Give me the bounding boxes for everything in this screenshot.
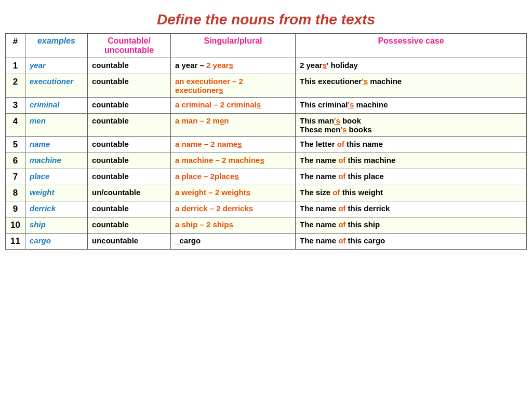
table-row: 3criminalcountablea criminal – 2 crimina… [6,98,527,114]
row-example: derrick [25,201,88,217]
row-num: 4 [6,114,25,137]
row-countable: countable [88,74,171,98]
row-num: 7 [6,169,25,185]
row-possessive: The size of this weight [296,185,527,201]
row-countable: countable [88,114,171,137]
row-possessive: This executioner's machine [296,74,527,98]
row-example: criminal [25,98,88,114]
row-possessive: 2 years' holiday [296,58,527,74]
row-possessive: The name of this ship [296,217,527,234]
row-example: name [25,137,88,153]
row-sp: a machine – 2 machines [171,153,296,169]
row-num: 9 [6,201,25,217]
row-sp: _cargo [171,234,296,250]
row-num: 10 [6,217,25,234]
nouns-table: # examples Countable/ uncountable Singul… [5,33,527,250]
row-sp: a weight – 2 weights [171,185,296,201]
table-row: 1yearcountablea year – 2 years2 years' h… [6,58,527,74]
row-sp: a man – 2 men [171,114,296,137]
table-row: 2executionercountablean executioner – 2 … [6,74,527,98]
row-example: machine [25,153,88,169]
row-possessive: The name of this cargo [296,234,527,250]
table-row: 7placecountablea place – 2placesThe name… [6,169,527,185]
row-example: executioner [25,74,88,98]
row-example: weight [25,185,88,201]
row-countable: uncountable [88,234,171,250]
header-sp: Singular/plural [171,34,296,58]
row-num: 11 [6,234,25,250]
row-possessive: The name of this machine [296,153,527,169]
row-possessive: The name of this place [296,169,527,185]
row-num: 5 [6,137,25,153]
table-row: 6machinecountablea machine – 2 machinesT… [6,153,527,169]
table-row: 4mencountablea man – 2 menThis man's boo… [6,114,527,137]
row-sp: a year – 2 years [171,58,296,74]
row-possessive: The name of this derrick [296,201,527,217]
row-countable: countable [88,217,171,234]
table-row: 9derrickcountablea derrick – 2 derricksT… [6,201,527,217]
row-example: men [25,114,88,137]
row-sp: a criminal – 2 criminals [171,98,296,114]
row-possessive: The letter of this name [296,137,527,153]
table-row: 11cargouncountable_cargoThe name of this… [6,234,527,250]
row-countable: countable [88,58,171,74]
header-num: # [6,34,25,58]
header-examples: examples [25,34,88,58]
header-countable: Countable/ uncountable [88,34,171,58]
row-possessive: This criminal's machine [296,98,527,114]
row-sp: an executioner – 2 executioners [171,74,296,98]
row-countable: countable [88,153,171,169]
row-sp: a ship – 2 ships [171,217,296,234]
row-example: ship [25,217,88,234]
table-row: 10shipcountablea ship – 2 shipsThe name … [6,217,527,234]
row-num: 3 [6,98,25,114]
row-countable: countable [88,98,171,114]
row-example: cargo [25,234,88,250]
table-row: 5namecountablea name – 2 namesThe letter… [6,137,527,153]
header-possessive: Possessive case [296,34,527,58]
row-possessive: This man's bookThese men's books [296,114,527,137]
row-countable: countable [88,169,171,185]
row-sp: a derrick – 2 derricks [171,201,296,217]
row-countable: un/countable [88,185,171,201]
row-num: 2 [6,74,25,98]
row-example: place [25,169,88,185]
row-sp: a name – 2 names [171,137,296,153]
row-countable: countable [88,201,171,217]
page-title: Define the nouns from the texts [5,5,527,33]
row-num: 6 [6,153,25,169]
row-num: 1 [6,58,25,74]
row-example: year [25,58,88,74]
table-row: 8weightun/countablea weight – 2 weightsT… [6,185,527,201]
row-sp: a place – 2places [171,169,296,185]
row-num: 8 [6,185,25,201]
row-countable: countable [88,137,171,153]
